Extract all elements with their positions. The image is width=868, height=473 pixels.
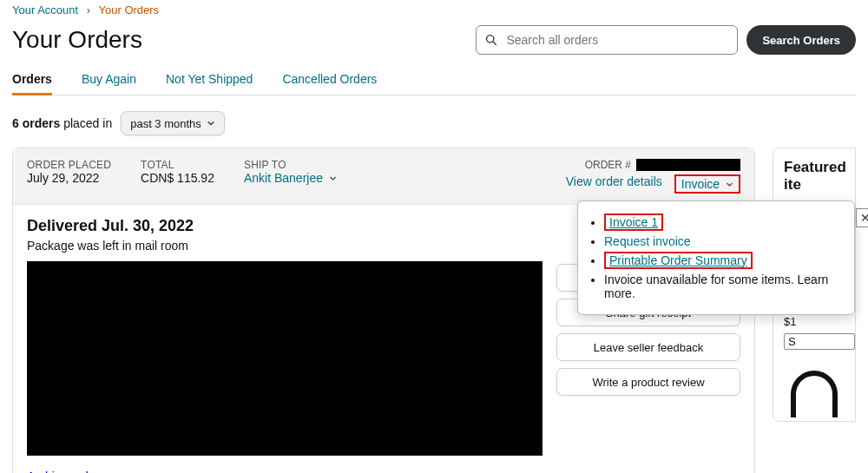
invoice-1-link[interactable]: Invoice 1 — [609, 215, 658, 229]
order-total-label: TOTAL — [141, 159, 214, 171]
product-headphones-image[interactable] — [784, 371, 845, 411]
breadcrumb-sep: › — [87, 3, 90, 16]
chevron-down-icon — [726, 181, 733, 188]
archive-order-link[interactable]: Archive order — [27, 470, 99, 473]
view-order-details-link[interactable]: View order details — [566, 174, 662, 194]
order-placed-value: July 29, 2022 — [27, 171, 111, 185]
search-icon — [485, 34, 497, 46]
featured-title-a: Featured ite — [784, 159, 855, 194]
invoice-popover: ✕ Invoice 1 Request invoice Printable Or… — [577, 200, 855, 315]
date-range-value: past 3 months — [130, 117, 201, 130]
breadcrumb-account[interactable]: Your Account — [12, 3, 78, 16]
leave-seller-feedback-button[interactable]: Leave seller feedback — [556, 333, 740, 361]
order-placed-label: ORDER PLACED — [27, 159, 111, 171]
order-number-redacted — [636, 159, 740, 171]
printable-order-summary-link[interactable]: Printable Order Summary — [609, 253, 747, 267]
order-number-label: ORDER # — [585, 159, 631, 171]
search-orders-button[interactable]: Search Orders — [746, 25, 856, 55]
request-invoice-link[interactable]: Request invoice — [604, 234, 691, 248]
tab-not-yet-shipped[interactable]: Not Yet Shipped — [166, 67, 253, 95]
ship-to-name[interactable]: Ankit Banerjee — [244, 171, 323, 185]
write-product-review-button[interactable]: Write a product review — [556, 368, 740, 396]
breadcrumb-current: Your Orders — [99, 3, 160, 16]
product-belt-price: $1 — [784, 315, 855, 328]
highlight-printable-summary: Printable Order Summary — [604, 252, 753, 269]
tab-buy-again[interactable]: Buy Again — [82, 67, 136, 95]
order-card: ORDER PLACED July 29, 2022 TOTAL CDN$ 11… — [12, 148, 755, 473]
close-popover-button[interactable]: ✕ — [856, 208, 868, 227]
highlight-invoice-1: Invoice 1 — [604, 214, 663, 231]
chevron-down-icon — [329, 174, 337, 182]
order-total-value: CDN$ 115.92 — [141, 171, 214, 185]
order-count-text: placed in — [63, 116, 112, 130]
chevron-down-icon — [207, 119, 215, 128]
invoice-unavailable-text: Invoice unavailable for some items. Lear… — [604, 273, 828, 300]
order-count: 6 orders — [12, 116, 60, 130]
tab-cancelled-orders[interactable]: Cancelled Orders — [282, 67, 377, 95]
product-belt-button[interactable]: S — [784, 333, 855, 350]
search-input[interactable] — [504, 32, 728, 48]
search-box[interactable] — [476, 25, 738, 55]
highlight-invoice: Invoice — [674, 174, 740, 194]
ship-to-label: SHIP TO — [244, 159, 337, 171]
invoice-dropdown-link[interactable]: Invoice — [681, 177, 720, 191]
order-item-redacted — [27, 261, 542, 456]
page-title: Your Orders — [12, 26, 142, 54]
tab-orders[interactable]: Orders — [12, 67, 52, 95]
delivery-note: Package was left in mail room — [27, 239, 542, 253]
delivery-status: Delivered Jul. 30, 2022 — [27, 217, 542, 235]
date-range-dropdown[interactable]: past 3 months — [121, 111, 225, 135]
